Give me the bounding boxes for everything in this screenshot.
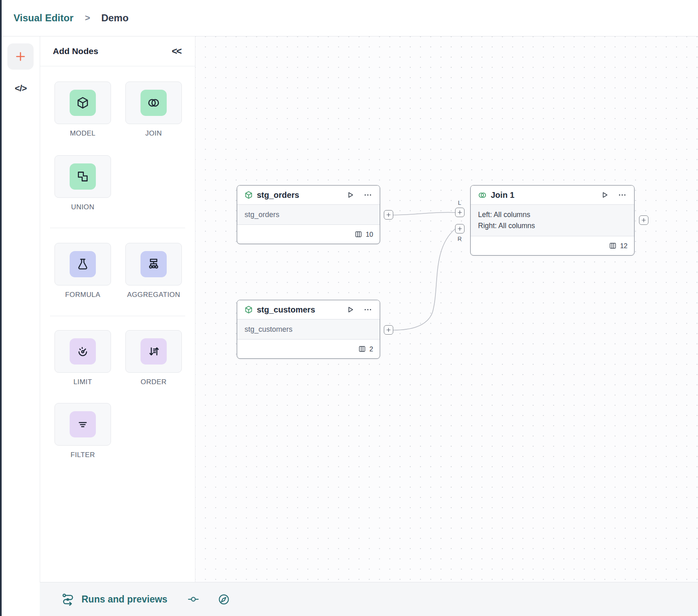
tile-row: FORMULA AGGREGATION [54, 243, 182, 299]
port-join-right-input[interactable] [455, 224, 465, 233]
port-join-left-input[interactable] [455, 208, 465, 217]
play-icon [345, 305, 355, 315]
node-footer: 2 [237, 340, 380, 358]
node-join-1[interactable]: Join 1 Left: All columns Right: All colu… [470, 185, 635, 256]
ellipsis-icon [618, 190, 627, 199]
plus-port-icon [386, 327, 391, 333]
run-node-button[interactable] [345, 190, 355, 200]
tile-order[interactable]: ORDER [125, 330, 182, 386]
plus-port-icon [457, 226, 462, 231]
tile-row: UNION [54, 155, 111, 211]
left-rail: </> [2, 36, 40, 616]
column-count: 12 [620, 242, 628, 250]
add-nodes-panel: Add Nodes << MODEL [40, 36, 195, 582]
cube-icon [244, 190, 253, 199]
tile-row: FILTER [54, 403, 111, 459]
column-count: 2 [369, 345, 373, 353]
play-icon [600, 190, 610, 200]
tile-card [125, 243, 182, 285]
tile-label: FORMULA [65, 291, 100, 299]
plus-port-icon [457, 210, 462, 215]
tile-row: MODEL JOIN [54, 82, 182, 138]
tile-label: UNION [71, 203, 95, 211]
top-header: Visual Editor > Demo [2, 0, 698, 36]
tile-limit[interactable]: LIMIT [54, 330, 111, 386]
ellipsis-icon [363, 305, 372, 314]
node-title: Join 1 [491, 190, 514, 200]
node-stg-customers[interactable]: stg_customers stg_customers [237, 300, 380, 359]
tile-card [54, 243, 111, 285]
tile-label: MODEL [70, 129, 95, 138]
breadcrumb-current: Demo [101, 12, 129, 24]
tile-label: FILTER [70, 451, 95, 459]
node-source: stg_orders [245, 211, 380, 219]
breadcrumb-root[interactable]: Visual Editor [14, 12, 73, 24]
flask-icon [70, 251, 96, 277]
node-header: Join 1 [471, 186, 634, 204]
tile-aggregation[interactable]: AGGREGATION [125, 243, 182, 299]
more-options-button[interactable] [363, 305, 372, 314]
ellipsis-icon [363, 190, 372, 199]
node-footer: 10 [237, 225, 380, 244]
commit-button[interactable] [187, 593, 199, 605]
run-node-button[interactable] [345, 305, 355, 315]
explore-button[interactable] [218, 593, 230, 606]
sort-icon [141, 338, 167, 365]
join-right-setting: Right: All columns [478, 220, 634, 231]
run-node-button[interactable] [600, 190, 610, 200]
runs-icon [61, 592, 75, 606]
port-stg-customers-output[interactable] [384, 325, 393, 335]
flow-canvas[interactable]: stg_orders stg_orders [195, 36, 698, 582]
tile-card [125, 82, 182, 124]
panel-header: Add Nodes << [40, 36, 195, 66]
tile-filter[interactable]: FILTER [54, 403, 111, 459]
gauge-icon [70, 338, 96, 365]
tile-union[interactable]: UNION [54, 155, 111, 211]
panel-title: Add Nodes [53, 46, 98, 56]
node-header: stg_orders [237, 186, 380, 204]
node-title: stg_orders [257, 190, 299, 200]
node-title: stg_customers [257, 305, 315, 315]
node-header: stg_customers [237, 300, 380, 319]
more-options-button[interactable] [618, 190, 627, 199]
node-body: stg_customers [237, 319, 380, 340]
tile-join[interactable]: JOIN [125, 82, 182, 138]
add-button[interactable] [7, 43, 34, 70]
tile-label: LIMIT [73, 378, 92, 386]
node-body: Left: All columns Right: All columns [471, 204, 634, 236]
columns-icon [354, 230, 363, 238]
node-source: stg_customers [245, 325, 380, 334]
panel-divider [50, 316, 185, 316]
cube-icon [70, 90, 96, 116]
main-area: </> Add Nodes << MODEL [2, 36, 698, 616]
tile-label: ORDER [141, 378, 166, 386]
collapse-panel-button[interactable]: << [172, 46, 181, 57]
more-options-button[interactable] [363, 190, 372, 199]
tile-card [54, 403, 111, 446]
port-stg-orders-output[interactable] [384, 210, 393, 220]
join-left-port-label: L [458, 199, 461, 206]
panel-divider [50, 228, 185, 228]
runs-and-previews-label[interactable]: Runs and previews [82, 594, 168, 605]
plus-icon [14, 50, 27, 63]
node-footer: 12 [471, 236, 634, 255]
breadcrumb-separator: > [85, 13, 90, 23]
tile-label: AGGREGATION [127, 291, 180, 299]
column-count: 10 [366, 231, 373, 238]
node-stg-orders[interactable]: stg_orders stg_orders [237, 185, 380, 244]
cube-icon [244, 305, 253, 314]
compass-icon [218, 593, 230, 606]
port-join-output[interactable] [639, 215, 648, 225]
tile-formula[interactable]: FORMULA [54, 243, 111, 299]
code-editor-button[interactable]: </> [2, 79, 40, 98]
commit-icon [187, 593, 199, 605]
tile-model[interactable]: MODEL [54, 82, 111, 138]
tile-row: LIMIT ORDER [54, 330, 182, 386]
venn-icon [478, 190, 487, 200]
join-left-setting: Left: All columns [478, 209, 634, 220]
play-icon [345, 190, 355, 200]
plus-port-icon [641, 217, 646, 223]
plus-port-icon [386, 212, 391, 217]
tile-card [54, 155, 111, 198]
tile-card [125, 330, 182, 373]
